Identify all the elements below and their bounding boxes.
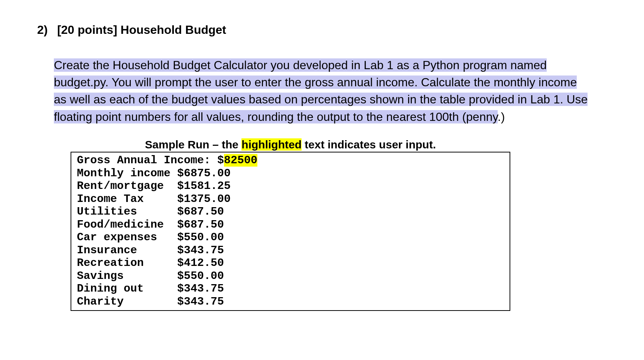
sample-row-value: $550.00: [177, 270, 224, 282]
sample-output-row: Dining out $343.75: [77, 282, 504, 295]
sample-row-value: $687.50: [177, 218, 224, 231]
instruction-line-2: budget.py. You will prompt the user to e…: [54, 75, 577, 89]
instructions: Create the Household Budget Calculator y…: [54, 57, 607, 126]
sample-output-row: Rent/mortgage $1581.25: [77, 180, 504, 193]
sample-row-label: Monthly income: [77, 167, 177, 180]
sample-row-label: Savings: [77, 270, 177, 282]
sample-output-row: Utilities $687.50: [77, 205, 504, 218]
sample-row-value: $412.50: [177, 257, 224, 269]
sample-row-label: Income Tax: [77, 193, 177, 205]
sample-row-label: Rent/mortgage: [77, 180, 177, 192]
sample-row-label: Insurance: [77, 244, 177, 257]
sample-row-label: Dining out: [77, 282, 177, 295]
sample-run-header: Sample Run – the highlighted text indica…: [71, 138, 510, 151]
sample-header-highlighted: highlighted: [241, 138, 302, 151]
instruction-line-1: Create the Household Budget Calculator y…: [54, 58, 547, 72]
sample-output-row: Savings $550.00: [77, 270, 504, 283]
sample-row-label: Utilities: [77, 205, 177, 218]
question-header: 2) [20 points] Household Budget: [37, 22, 607, 38]
sample-header-prefix: Sample Run – the: [145, 138, 241, 151]
sample-row-value: $343.75: [177, 282, 224, 295]
sample-row-value: $550.00: [177, 231, 224, 244]
sample-output-row: Car expenses $550.00: [77, 231, 504, 244]
sample-row-value: $343.75: [177, 295, 224, 308]
sample-row-value: $343.75: [177, 244, 224, 257]
sample-row-value: $1375.00: [177, 193, 231, 205]
question-points: [20 points]: [57, 23, 117, 36]
sample-user-input: 82500: [224, 154, 257, 167]
sample-row-value: $1581.25: [177, 180, 231, 192]
sample-header-suffix: text indicates user input.: [302, 138, 436, 151]
question-title: Household Budget: [121, 23, 226, 36]
sample-output-rows: Monthly income $6875.00Rent/mortgage $15…: [77, 167, 504, 308]
sample-row-value: $687.50: [177, 205, 224, 218]
sample-output-row: Income Tax $1375.00: [77, 193, 504, 206]
sample-output-row: Insurance $343.75: [77, 244, 504, 257]
instruction-line-4a: floating point numbers for all values, r…: [54, 110, 498, 123]
sample-row-label: Car expenses: [77, 231, 177, 244]
sample-output-row: Charity $343.75: [77, 295, 504, 308]
sample-run-box: Gross Annual Income: $82500 Monthly inco…: [71, 152, 510, 311]
sample-row-label: Recreation: [77, 257, 177, 269]
sample-row-label: Food/medicine: [77, 218, 177, 231]
instruction-line-4b: .): [498, 110, 505, 123]
sample-row-value: $6875.00: [177, 167, 231, 180]
sample-output-row: Monthly income $6875.00: [77, 167, 504, 180]
sample-output-row: Food/medicine $687.50: [77, 218, 504, 231]
sample-prompt-line: Gross Annual Income: $82500: [77, 154, 504, 167]
instruction-line-3: as well as each of the budget values bas…: [54, 93, 588, 106]
sample-output-row: Recreation $412.50: [77, 257, 504, 270]
question-number: 2): [37, 22, 54, 38]
sample-prompt-label: Gross Annual Income: $: [77, 154, 224, 167]
sample-row-label: Charity: [77, 295, 177, 308]
